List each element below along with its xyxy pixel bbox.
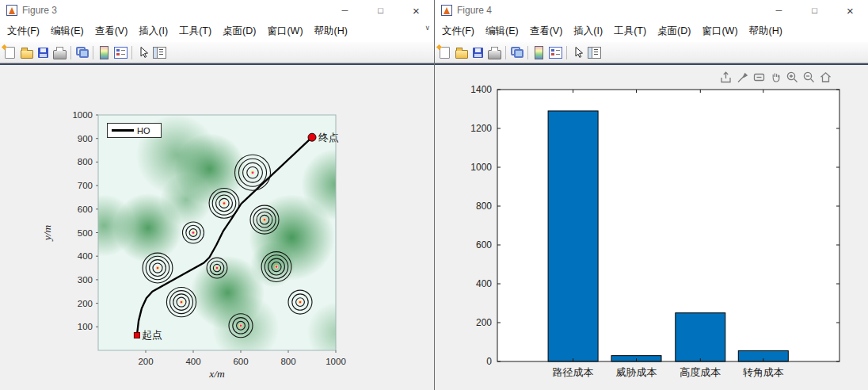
menu-desktop[interactable]: 桌面(D) [652,25,696,38]
y-tick-label: 800 [78,157,93,166]
end-marker [308,133,316,141]
insert-colorbar-button[interactable] [531,44,547,61]
pan-icon[interactable] [769,71,783,84]
figure4-window: Figure 4 ─ □ × 文件(F) 编辑(E) 查看(V) 插入(I) 工… [434,0,868,390]
edit-plot-button[interactable] [135,44,151,61]
category-label: 威胁成本 [616,366,657,378]
bar [548,111,598,361]
menu-insert[interactable]: 插入(I) [133,25,173,38]
menu-help[interactable]: 帮助(H) [309,25,353,38]
edit-plot-arrow-icon [572,46,584,59]
minimize-button[interactable]: ─ [761,0,797,21]
menu-window[interactable]: 窗口(W) [261,25,308,38]
maximize-button[interactable]: □ [797,0,832,21]
data-tips-icon[interactable] [752,71,767,84]
y-tick-label: 400 [476,278,492,289]
insert-legend-icon [114,47,128,59]
property-inspector-button[interactable] [151,44,168,61]
print-figure-icon [53,50,67,59]
legend[interactable]: HO [107,123,162,138]
save-figure-button[interactable] [470,44,486,61]
zoom-out-icon[interactable] [802,71,817,84]
start-marker [134,332,139,338]
new-figure-icon [5,47,15,59]
path-map-plot: 起点终点200400600800100010020030040050060070… [0,65,434,390]
window-title: Figure 4 [457,5,492,16]
x-tick-label: 600 [233,357,248,366]
insert-legend-button[interactable] [112,44,129,61]
new-figure-button[interactable] [436,44,453,61]
menu-help[interactable]: 帮助(H) [744,25,788,38]
y-tick-label: 100 [78,322,93,331]
toolbar-separator [70,46,71,59]
restore-view-icon[interactable] [819,71,833,84]
menu-tools[interactable]: 工具(T) [173,25,217,38]
y-tick-label: 1000 [72,110,93,120]
desktop: Figure 3 ─ □ × 文件(F) 编辑(E) 查看(V) 插入(I) 工… [0,0,868,390]
brush-icon[interactable] [736,71,750,84]
menu-view[interactable]: 查看(V) [89,25,134,38]
menu-file[interactable]: 文件(F) [436,25,480,38]
new-figure-button[interactable] [2,44,18,61]
open-file-button[interactable] [453,44,470,61]
x-tick-label: 800 [280,357,295,366]
insert-legend-button[interactable] [547,44,564,61]
close-button[interactable]: × [832,0,868,21]
link-plot-button[interactable] [508,44,525,61]
property-inspector-icon [588,47,601,59]
bar [676,313,725,361]
y-tick-label: 0 [486,356,492,367]
minimize-button[interactable]: ─ [327,0,363,21]
y-tick-label: 500 [78,228,93,238]
save-figure-button[interactable] [35,44,51,61]
figure3-window: Figure 3 ─ □ × 文件(F) 编辑(E) 查看(V) 插入(I) 工… [0,0,434,390]
close-button[interactable]: × [398,0,434,21]
y-tick-label: 700 [78,181,93,190]
insert-colorbar-button[interactable] [96,44,112,61]
figure3-menubar: 文件(F) 编辑(E) 查看(V) 插入(I) 工具(T) 桌面(D) 窗口(W… [0,21,434,42]
figure4-toolbar [435,42,868,63]
cost-bar-chart: 0200400600800100012001400路径成本威胁成本高度成本转角成… [435,65,868,390]
link-plot-icon [511,47,523,58]
category-label: 高度成本 [680,366,721,378]
open-file-icon [455,50,468,59]
toolbar-separator [527,46,528,59]
menu-insert[interactable]: 插入(I) [568,25,608,38]
link-plot-icon [76,47,89,58]
insert-colorbar-icon [535,46,543,59]
link-plot-button[interactable] [74,44,90,61]
toolbar-separator [93,46,93,59]
x-tick-label: 200 [138,357,153,366]
legend-line-sample [112,129,134,132]
y-tick-label: 900 [78,134,93,143]
menu-window[interactable]: 窗口(W) [696,25,743,38]
y-axis-label: y/m [41,225,53,243]
insert-colorbar-icon [100,46,108,59]
window-title: Figure 3 [22,5,57,16]
y-tick-label: 1000 [470,162,492,173]
menu-view[interactable]: 查看(V) [524,25,569,38]
category-label: 转角成本 [743,366,784,378]
maximize-button[interactable]: □ [363,0,398,21]
figure3-toolbar [0,42,434,63]
property-inspector-button[interactable] [586,44,603,61]
menu-file[interactable]: 文件(F) [2,25,45,38]
export-icon[interactable] [719,71,733,84]
menu-desktop[interactable]: 桌面(D) [217,25,261,38]
x-tick-label: 400 [185,357,200,366]
menu-edit[interactable]: 编辑(E) [480,25,524,38]
edit-plot-arrow-icon [137,46,150,59]
edit-plot-button[interactable] [569,44,586,61]
toolbar-separator [131,46,132,59]
menu-tools[interactable]: 工具(T) [608,25,652,38]
menu-overflow-chevron-icon[interactable]: ∨ [424,24,430,32]
open-file-button[interactable] [18,44,35,61]
zoom-in-icon[interactable] [786,71,800,84]
print-figure-button[interactable] [51,44,68,61]
y-tick-label: 1400 [470,84,492,95]
figure4-menubar: 文件(F) 编辑(E) 查看(V) 插入(I) 工具(T) 桌面(D) 窗口(W… [435,21,868,42]
menu-edit[interactable]: 编辑(E) [45,25,89,38]
print-figure-button[interactable] [486,44,503,61]
axes-toolbar [719,71,833,84]
save-figure-icon [473,48,483,58]
